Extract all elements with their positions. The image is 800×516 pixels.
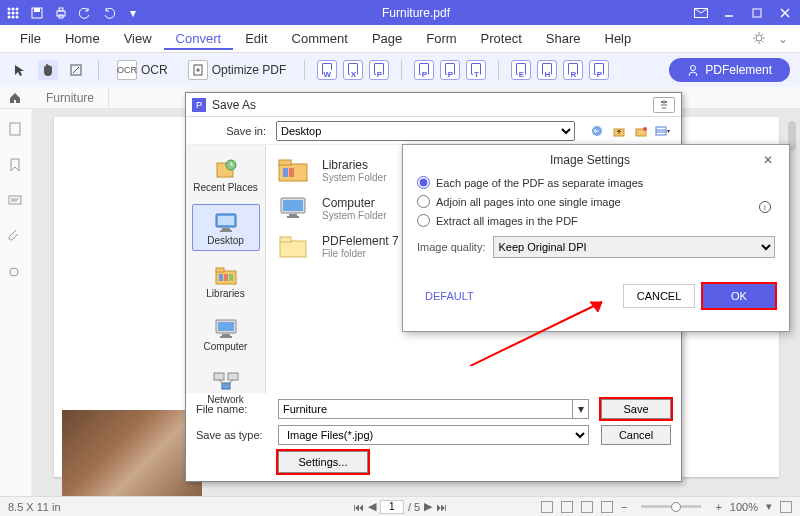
zoom-in-icon[interactable]: +: [715, 501, 721, 513]
svg-rect-59: [283, 168, 288, 177]
document-tab[interactable]: Furniture: [32, 88, 109, 108]
save-button[interactable]: Save: [601, 399, 671, 419]
first-page-icon[interactable]: ⏮: [353, 501, 364, 513]
view-mode-3-icon[interactable]: [581, 501, 593, 513]
app-menu-icon[interactable]: [6, 6, 20, 20]
next-page-icon[interactable]: ▶: [424, 500, 432, 513]
imgset-cancel-button[interactable]: CANCEL: [623, 284, 695, 308]
svg-rect-52: [214, 373, 224, 380]
menu-convert[interactable]: Convert: [164, 27, 234, 50]
zoom-out-icon[interactable]: −: [621, 501, 627, 513]
place-desktop[interactable]: Desktop: [192, 204, 260, 251]
ocr-label: OCR: [141, 63, 168, 77]
convert-pdfa-icon[interactable]: P: [589, 60, 609, 80]
image-settings-title: Image Settings: [417, 153, 763, 167]
collapse-ribbon-icon[interactable]: ⌄: [774, 32, 792, 46]
last-page-icon[interactable]: ⏭: [436, 501, 447, 513]
ocr-button[interactable]: OCR OCR: [111, 57, 174, 83]
view-mode-1-icon[interactable]: [541, 501, 553, 513]
cancel-button[interactable]: Cancel: [601, 425, 671, 445]
fullscreen-icon[interactable]: [780, 501, 792, 513]
menu-form[interactable]: Form: [414, 27, 468, 50]
undo-icon[interactable]: [78, 6, 92, 20]
menu-view[interactable]: View: [112, 27, 164, 50]
radio-adjoin[interactable]: [417, 195, 430, 208]
menu-file[interactable]: File: [8, 27, 53, 50]
svg-rect-40: [218, 216, 234, 225]
attachments-icon[interactable]: [7, 229, 25, 247]
convert-image-icon[interactable]: P: [414, 60, 434, 80]
convert-html-icon[interactable]: H: [537, 60, 557, 80]
convert-text-icon[interactable]: T: [466, 60, 486, 80]
imgset-ok-button[interactable]: OK: [703, 284, 775, 308]
convert-word-icon[interactable]: W: [317, 60, 337, 80]
menu-protect[interactable]: Protect: [469, 27, 534, 50]
view-mode-2-icon[interactable]: [561, 501, 573, 513]
up-folder-icon[interactable]: [611, 123, 627, 139]
svg-rect-45: [219, 274, 223, 281]
menu-home[interactable]: Home: [53, 27, 112, 50]
bookmarks-icon[interactable]: [7, 157, 25, 175]
info-icon[interactable]: i: [759, 201, 771, 213]
home-icon[interactable]: [8, 91, 22, 105]
comments-icon[interactable]: [7, 193, 25, 211]
gear-icon[interactable]: [752, 31, 768, 47]
convert-excel-icon[interactable]: X: [343, 60, 363, 80]
menu-edit[interactable]: Edit: [233, 27, 279, 50]
filename-dropdown-icon[interactable]: ▾: [573, 399, 589, 419]
zoom-slider[interactable]: [641, 505, 701, 508]
zoom-dropdown-icon[interactable]: ▾: [766, 500, 772, 513]
close-icon[interactable]: ✕: [763, 153, 775, 173]
maximize-icon[interactable]: [748, 4, 766, 22]
new-folder-icon[interactable]: [633, 123, 649, 139]
radio-separate[interactable]: [417, 176, 430, 189]
select-tool-icon[interactable]: [10, 60, 30, 80]
settings-button[interactable]: Settings...: [278, 451, 368, 473]
svg-point-4: [12, 11, 15, 14]
place-libraries[interactable]: Libraries: [192, 257, 260, 304]
pdfelement-button[interactable]: PDFelement: [669, 58, 790, 82]
option-adjoin-pages[interactable]: Adjoin all pages into one single image: [417, 192, 775, 211]
search-icon[interactable]: [7, 265, 25, 283]
edit-tool-icon[interactable]: [66, 60, 86, 80]
view-mode-4-icon[interactable]: [601, 501, 613, 513]
mail-icon[interactable]: [692, 4, 710, 22]
page-input[interactable]: [380, 500, 404, 514]
option-extract-images[interactable]: Extract all images in the PDF: [417, 211, 775, 230]
dialog-help-icon[interactable]: [653, 97, 675, 113]
menu-help[interactable]: Help: [593, 27, 644, 50]
option-separate-images[interactable]: Each page of the PDF as separate images: [417, 173, 775, 192]
convert-epub-icon[interactable]: E: [511, 60, 531, 80]
convert-icons-group-3: E H R P: [511, 60, 609, 80]
prev-page-icon[interactable]: ◀: [368, 500, 376, 513]
print-icon[interactable]: [54, 6, 68, 20]
save-in-select[interactable]: Desktop: [276, 121, 575, 141]
close-icon[interactable]: [776, 4, 794, 22]
menu-comment[interactable]: Comment: [280, 27, 360, 50]
filename-label: File name:: [196, 403, 278, 415]
menu-share[interactable]: Share: [534, 27, 593, 50]
svg-point-8: [16, 15, 19, 18]
save-icon[interactable]: [30, 6, 44, 20]
redo-icon[interactable]: [102, 6, 116, 20]
image-quality-select[interactable]: Keep Original DPI: [493, 236, 775, 258]
radio-extract[interactable]: [417, 214, 430, 227]
default-button[interactable]: DEFAULT: [417, 286, 482, 306]
convert-pdf-icon[interactable]: P: [440, 60, 460, 80]
dropdown-icon[interactable]: ▾: [126, 6, 140, 20]
optimize-pdf-button[interactable]: Optimize PDF: [182, 57, 293, 83]
svg-point-7: [12, 15, 15, 18]
minimize-icon[interactable]: [720, 4, 738, 22]
view-menu-icon[interactable]: [655, 123, 671, 139]
svg-rect-42: [220, 230, 232, 232]
back-icon[interactable]: [589, 123, 605, 139]
place-recent[interactable]: Recent Places: [192, 151, 260, 198]
filename-input[interactable]: [278, 399, 573, 419]
saveastype-select[interactable]: Image Files(*.jpg): [278, 425, 589, 445]
menu-page[interactable]: Page: [360, 27, 414, 50]
hand-tool-icon[interactable]: [38, 60, 58, 80]
convert-rtf-icon[interactable]: R: [563, 60, 583, 80]
thumbnails-icon[interactable]: [7, 121, 25, 139]
place-computer[interactable]: Computer: [192, 310, 260, 357]
convert-ppt-icon[interactable]: P: [369, 60, 389, 80]
